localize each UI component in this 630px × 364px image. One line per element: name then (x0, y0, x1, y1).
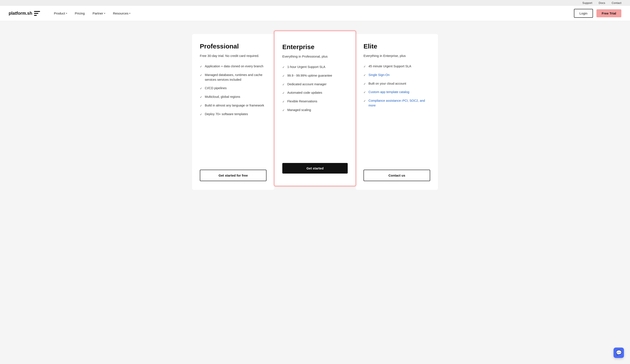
nav-product-label: Product (54, 11, 65, 15)
enterprise-features: ✓ 1-hour Urgent Support SLA ✓ 99.9 - 99.… (282, 65, 348, 156)
list-item: ✓ 45 minute Urgent Support SLA (364, 64, 430, 69)
logo-text: platform.sh (9, 11, 32, 16)
elite-features: ✓ 45 minute Urgent Support SLA ✓ Single … (364, 64, 430, 163)
check-icon: ✓ (282, 74, 285, 78)
elite-subtitle: Everything in Enterprise, plus (364, 53, 430, 58)
main-nav: platform.sh Product ▾ Pricing Partner ▾ … (0, 6, 630, 21)
list-item: ✓ Single Sign-On (364, 73, 430, 77)
check-icon: ✓ (364, 99, 366, 103)
free-trial-button[interactable]: Free Trial (596, 9, 621, 17)
feature-text: Flexible Reservations (287, 99, 318, 104)
list-item: ✓ Build in almost any language or framew… (200, 103, 266, 108)
contact-link[interactable]: Contact (612, 1, 621, 4)
elite-card: Elite Everything in Enterprise, plus ✓ 4… (356, 34, 438, 190)
page-content: Professional Free 30-day trial. No credi… (164, 21, 466, 203)
logo-icon (34, 11, 40, 16)
list-item: ✓ 1-hour Urgent Support SLA (282, 65, 348, 69)
feature-text: 1-hour Urgent Support SLA (287, 65, 326, 69)
feature-text: Built on your cloud account (368, 81, 406, 86)
professional-cta: Get started for free (200, 170, 266, 181)
list-item: ✓ Managed scaling (282, 108, 348, 112)
check-icon: ✓ (282, 99, 285, 104)
compliance-link[interactable]: Compliance assistance–PCI, SOC2, and mor… (368, 98, 430, 108)
enterprise-subtitle: Everything in Professional, plus (282, 54, 348, 59)
nav-partner-label: Partner (92, 11, 103, 15)
check-icon: ✓ (282, 91, 285, 95)
check-icon: ✓ (364, 73, 366, 77)
pricing-cards: Professional Free 30-day trial. No credi… (172, 34, 458, 190)
feature-text: Build in almost any language or framewor… (205, 103, 264, 108)
partner-chevron-icon: ▾ (104, 12, 105, 14)
list-item: ✓ Dedicated account manager (282, 82, 348, 87)
list-item: ✓ Multicloud, global regions (200, 95, 266, 99)
list-item: ✓ Automated code updates (282, 90, 348, 95)
feature-text: Multicloud, global regions (205, 95, 240, 99)
utility-bar: Support Docs Contact (0, 0, 630, 6)
check-icon: ✓ (282, 108, 285, 112)
logo[interactable]: platform.sh (9, 11, 40, 16)
list-item: ✓ CI/CD pipelines (200, 86, 266, 91)
list-item: ✓ Deploy 70+ software templates (200, 112, 266, 117)
list-item: ✓ 99.9 - 99.99% uptime guarantee (282, 73, 348, 78)
check-icon: ✓ (364, 64, 366, 69)
check-icon: ✓ (282, 65, 285, 69)
check-icon: ✓ (200, 104, 202, 108)
enterprise-title: Enterprise (282, 43, 348, 51)
support-link[interactable]: Support (582, 1, 592, 4)
feature-text: Managed scaling (287, 108, 311, 112)
feature-text: 45 minute Urgent Support SLA (368, 64, 411, 69)
professional-card: Professional Free 30-day trial. No credi… (192, 34, 274, 190)
check-icon: ✓ (200, 73, 202, 77)
nav-item-pricing[interactable]: Pricing (72, 10, 88, 17)
check-icon: ✓ (200, 86, 202, 91)
docs-link[interactable]: Docs (599, 1, 605, 4)
nav-resources-label: Resources (113, 11, 128, 15)
list-item: ✓ Flexible Reservations (282, 99, 348, 104)
nav-item-partner[interactable]: Partner ▾ (90, 10, 108, 17)
list-item: ✓ Compliance assistance–PCI, SOC2, and m… (364, 98, 430, 108)
check-icon: ✓ (364, 82, 366, 86)
list-item: ✓ Built on your cloud account (364, 81, 430, 86)
professional-features: ✓ Application + data cloned on every bra… (200, 64, 266, 163)
product-chevron-icon: ▾ (66, 12, 67, 14)
feature-text: Automated code updates (287, 90, 322, 95)
feature-text: Managed databases, runtimes and cache se… (205, 73, 266, 82)
check-icon: ✓ (200, 95, 202, 99)
nav-item-product[interactable]: Product ▾ (51, 10, 70, 17)
nav-links: Product ▾ Pricing Partner ▾ Resources ▾ (51, 10, 574, 17)
sso-link[interactable]: Single Sign-On (368, 73, 390, 77)
enterprise-card: Enterprise Everything in Professional, p… (274, 30, 356, 186)
check-icon: ✓ (364, 90, 366, 95)
nav-pricing-label: Pricing (75, 11, 85, 15)
feature-text: Application + data cloned on every branc… (205, 64, 263, 69)
enterprise-cta: Get started (282, 163, 348, 174)
contact-us-button[interactable]: Contact us (364, 170, 430, 181)
professional-title: Professional (200, 43, 266, 50)
check-icon: ✓ (200, 64, 202, 69)
list-item: ✓ Custom app template catalog (364, 90, 430, 95)
nav-actions: Login Free Trial (574, 9, 621, 18)
custom-template-link[interactable]: Custom app template catalog (368, 90, 410, 95)
list-item: ✓ Managed databases, runtimes and cache … (200, 73, 266, 82)
feature-text: Deploy 70+ software templates (205, 112, 248, 117)
check-icon: ✓ (200, 112, 202, 117)
feature-text: Dedicated account manager (287, 82, 326, 87)
enterprise-get-started-button[interactable]: Get started (282, 163, 348, 174)
list-item: ✓ Application + data cloned on every bra… (200, 64, 266, 69)
elite-cta: Contact us (364, 170, 430, 181)
professional-subtitle: Free 30-day trial. No credit card requir… (200, 53, 266, 58)
resources-chevron-icon: ▾ (129, 12, 130, 14)
feature-text: CI/CD pipelines (205, 86, 227, 91)
elite-title: Elite (364, 43, 430, 50)
get-started-free-button[interactable]: Get started for free (200, 170, 266, 181)
login-button[interactable]: Login (574, 9, 593, 18)
check-icon: ✓ (282, 82, 285, 87)
feature-text: 99.9 - 99.99% uptime guarantee (287, 73, 332, 78)
nav-item-resources[interactable]: Resources ▾ (110, 10, 134, 17)
